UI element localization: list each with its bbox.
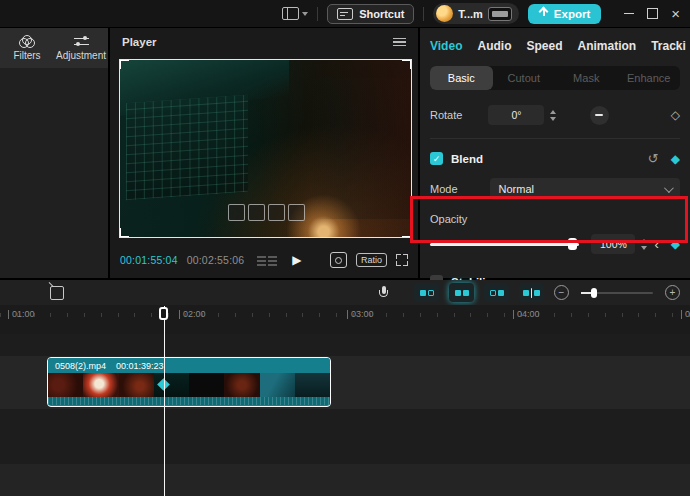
capcut-app-window: 0509 Shortcut T...m Export <box>0 0 690 496</box>
section-divider <box>430 138 680 139</box>
microphone-icon[interactable] <box>379 286 388 300</box>
tab-tracking[interactable]: Tracki <box>651 39 686 53</box>
tab-filters-label: Filters <box>13 50 40 61</box>
clip-header: 0508(2).mp4 00:01:39:23 <box>48 358 330 373</box>
timeline-zoom-slider[interactable] <box>581 287 653 299</box>
opacity-input[interactable]: 100% <box>591 234 635 254</box>
delete-left-tool-icon[interactable] <box>414 283 439 302</box>
video-frame-detail <box>312 78 411 220</box>
opacity-label: Opacity <box>430 213 680 225</box>
ruler-label: 03:00 <box>351 309 374 319</box>
blend-mode-value: Normal <box>499 183 534 195</box>
playhead-line[interactable] <box>164 306 165 496</box>
inspector-subtabs: Basic Cutout Mask Enhance <box>430 66 680 90</box>
timeline-ruler[interactable]: 01:00 02:00 03:00 04:00 0 <box>0 305 690 334</box>
tab-video[interactable]: Video <box>430 39 462 53</box>
chevron-down-icon <box>664 183 674 193</box>
opacity-slider-thumb[interactable] <box>568 238 577 250</box>
filters-icon <box>19 35 35 48</box>
opacity-stepper[interactable] <box>641 239 647 250</box>
mirror-tool-icon[interactable] <box>519 283 544 302</box>
transform-handle[interactable] <box>402 228 412 238</box>
transform-handle[interactable] <box>119 228 129 238</box>
clip-thumbnail <box>260 373 295 397</box>
clip-thumbnail <box>224 373 259 397</box>
timeline-panel: − + 01:00 02:00 03:00 04:00 0 0508(2).mp… <box>0 280 690 496</box>
clip-thumbnails <box>48 373 330 397</box>
close-button[interactable]: × <box>671 9 680 19</box>
video-clip[interactable]: 0508(2).mp4 00:01:39:23 <box>47 357 331 407</box>
blend-mode-dropdown[interactable]: Normal <box>490 178 680 200</box>
export-button[interactable]: Export <box>528 4 601 24</box>
media-tabstrip: Filters Adjustment <box>0 28 108 68</box>
ratio-button[interactable]: Ratio <box>356 253 387 267</box>
maximize-button[interactable] <box>647 8 658 19</box>
video-preview[interactable] <box>119 59 412 238</box>
export-label: Export <box>554 8 590 20</box>
subtab-enhance[interactable]: Enhance <box>618 66 681 90</box>
blend-keyframe-icon[interactable]: ◆ <box>671 152 680 166</box>
reset-icon[interactable]: ↺ <box>648 151 659 166</box>
snapshot-icon[interactable] <box>330 252 347 268</box>
ruler-label: 04:00 <box>517 309 540 319</box>
ruler-label: 02:00 <box>183 309 206 319</box>
split-tool-icon[interactable] <box>449 283 474 302</box>
layout-switch-button[interactable] <box>282 7 308 20</box>
rotate-dial[interactable] <box>590 106 609 125</box>
clip-thumbnail <box>48 373 83 397</box>
tab-animation[interactable]: Animation <box>577 39 636 53</box>
opacity-keyframe-icon[interactable]: ◆ <box>671 237 680 251</box>
ruler-label: 01:00 <box>12 309 35 319</box>
rotate-label: Rotate <box>430 109 462 121</box>
rotate-stepper[interactable] <box>550 110 556 121</box>
mode-label: Mode <box>430 183 458 195</box>
subtab-cutout[interactable]: Cutout <box>493 66 556 90</box>
rotate-input[interactable]: 0° <box>488 105 544 125</box>
game-hotbar-overlay <box>228 204 305 221</box>
clip-thumbnail <box>189 373 224 397</box>
zoom-in-icon[interactable]: + <box>665 285 680 300</box>
subtab-mask[interactable]: Mask <box>555 66 618 90</box>
tab-filters[interactable]: Filters <box>0 28 54 68</box>
rotate-keyframe-icon[interactable]: ◇ <box>671 108 680 122</box>
mode-row: Mode Normal <box>430 178 680 200</box>
tab-adjustment[interactable]: Adjustment <box>54 28 108 68</box>
clip-thumbnail <box>295 373 330 397</box>
tab-speed[interactable]: Speed <box>526 39 562 53</box>
current-time: 00:01:55:04 <box>120 254 178 266</box>
delete-right-tool-icon[interactable] <box>484 283 509 302</box>
shortcut-button[interactable]: Shortcut <box>327 4 414 24</box>
fullscreen-icon[interactable] <box>396 254 408 266</box>
playhead-handle[interactable] <box>159 307 168 320</box>
clip-waveform <box>48 397 330 405</box>
collapse-chevron-icon[interactable]: ‹ <box>654 237 658 252</box>
blend-checkbox[interactable]: ✓ <box>430 152 443 165</box>
timeline-tracks[interactable]: 0508(2).mp4 00:01:39:23 <box>0 334 690 496</box>
rotate-row: Rotate 0° ◇ <box>430 105 680 125</box>
opacity-section: Opacity 100% ‹ ◆ <box>430 213 680 254</box>
clip-thumbnail <box>119 373 154 397</box>
titlebar: 0509 Shortcut T...m Export <box>0 0 690 27</box>
subtab-basic[interactable]: Basic <box>430 66 493 90</box>
play-button[interactable]: ▶ <box>292 253 301 267</box>
zoom-slider-thumb[interactable] <box>591 288 597 298</box>
player-menu-icon[interactable] <box>393 38 406 47</box>
player-panel: Player 00:01:55:04 00:02:55:06 ▶ Ratio <box>110 28 418 278</box>
titlebar-divider <box>423 7 424 21</box>
tab-audio[interactable]: Audio <box>477 39 511 53</box>
layout-panels-icon <box>282 7 299 20</box>
empty-track[interactable] <box>0 464 690 496</box>
avatar <box>436 5 453 22</box>
blend-label: Blend <box>451 153 483 165</box>
select-tool-icon[interactable] <box>50 286 64 300</box>
titlebar-divider <box>317 7 318 21</box>
account-pill[interactable]: T...m <box>433 3 518 24</box>
frame-preview-icon[interactable] <box>257 254 277 266</box>
inspector-tabs: Video Audio Speed Animation Tracki » <box>430 28 680 53</box>
opacity-slider[interactable] <box>430 238 579 250</box>
transform-handle[interactable] <box>119 59 129 69</box>
minimize-button[interactable] <box>624 13 634 15</box>
transform-handle[interactable] <box>402 59 412 69</box>
zoom-out-icon[interactable]: − <box>554 285 569 300</box>
timeline-toolbar: − + <box>0 280 690 305</box>
